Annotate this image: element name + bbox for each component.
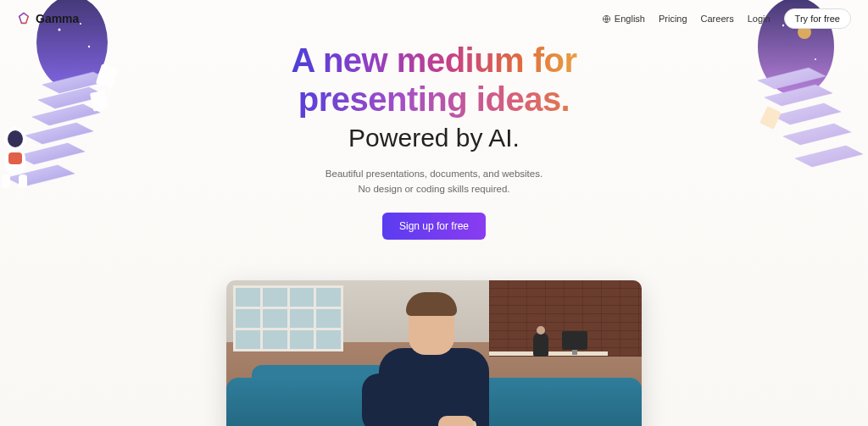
language-label: English <box>615 14 645 24</box>
hero-video[interactable] <box>226 280 642 426</box>
site-header: Gamma English Pricing Careers Login Try … <box>0 0 868 37</box>
language-selector[interactable]: English <box>602 14 645 24</box>
desc-line-2: No design or coding skills required. <box>359 184 510 194</box>
headline-line-1: A new medium for <box>291 41 576 79</box>
video-thumbnail <box>226 280 642 426</box>
nav-login[interactable]: Login <box>748 14 771 24</box>
hero-headline: A new medium for presenting ideas. <box>0 41 868 119</box>
nav-pricing[interactable]: Pricing <box>659 14 687 24</box>
logo-text: Gamma <box>36 12 79 25</box>
desc-line-1: Beautiful presentations, documents, and … <box>326 169 542 179</box>
logo[interactable]: Gamma <box>17 12 79 25</box>
signup-button[interactable]: Sign up for free <box>382 213 486 240</box>
hero-section: A new medium for presenting ideas. Power… <box>0 37 868 240</box>
logo-icon <box>17 12 31 25</box>
top-nav: English Pricing Careers Login Try for fr… <box>602 8 851 29</box>
try-free-button[interactable]: Try for free <box>784 8 851 29</box>
hero-description: Beautiful presentations, documents, and … <box>0 166 868 197</box>
hero-subheadline: Powered by AI. <box>0 124 868 152</box>
globe-icon <box>602 14 611 24</box>
headline-line-2: presenting ideas. <box>298 80 570 118</box>
nav-careers[interactable]: Careers <box>701 14 734 24</box>
